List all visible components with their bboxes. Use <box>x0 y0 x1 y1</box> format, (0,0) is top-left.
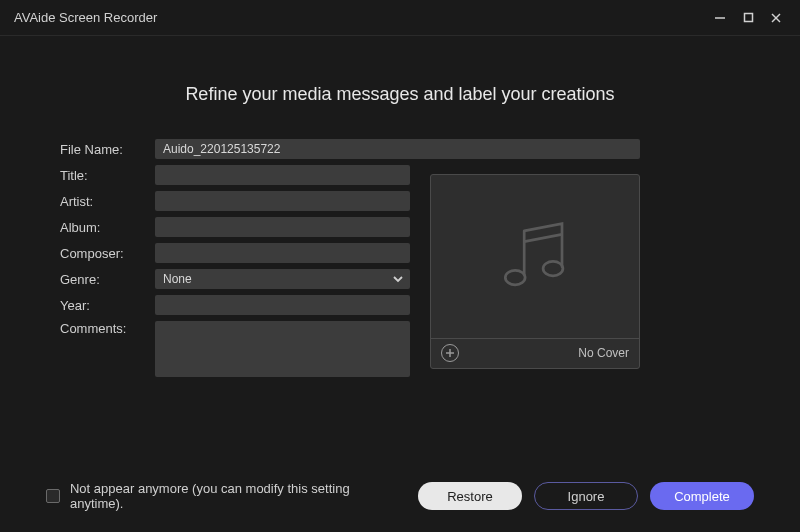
file-name-label: File Name: <box>60 142 155 157</box>
add-cover-button[interactable] <box>441 344 459 362</box>
maximize-icon <box>743 12 754 23</box>
comments-label: Comments: <box>60 321 155 336</box>
maximize-button[interactable] <box>734 4 762 32</box>
cover-art-box: No Cover <box>430 174 640 369</box>
no-cover-label: No Cover <box>578 346 629 360</box>
year-input[interactable] <box>155 295 410 315</box>
titlebar: AVAide Screen Recorder <box>0 0 800 36</box>
artist-label: Artist: <box>60 194 155 209</box>
close-icon <box>770 12 782 24</box>
cover-art-placeholder <box>431 175 639 338</box>
svg-rect-1 <box>744 14 752 22</box>
app-title: AVAide Screen Recorder <box>14 10 157 25</box>
comments-input[interactable] <box>155 321 410 377</box>
cover-footer: No Cover <box>431 338 639 368</box>
music-note-icon <box>490 211 580 301</box>
not-appear-checkbox[interactable] <box>46 489 60 503</box>
complete-button[interactable]: Complete <box>650 482 754 510</box>
composer-label: Composer: <box>60 246 155 261</box>
not-appear-label: Not appear anymore (you can modify this … <box>70 481 406 511</box>
svg-point-7 <box>543 261 563 275</box>
footer-bar: Not appear anymore (you can modify this … <box>0 460 800 532</box>
title-input[interactable] <box>155 165 410 185</box>
svg-point-6 <box>505 270 525 284</box>
minimize-button[interactable] <box>706 4 734 32</box>
album-input[interactable] <box>155 217 410 237</box>
genre-select[interactable]: None <box>155 269 410 289</box>
minimize-icon <box>714 12 726 24</box>
ignore-button[interactable]: Ignore <box>534 482 638 510</box>
album-label: Album: <box>60 220 155 235</box>
file-name-input[interactable] <box>155 139 640 159</box>
year-label: Year: <box>60 298 155 313</box>
content-area: Refine your media messages and label you… <box>0 36 800 460</box>
page-heading: Refine your media messages and label you… <box>60 84 740 105</box>
restore-button[interactable]: Restore <box>418 482 522 510</box>
plus-icon <box>445 348 455 358</box>
svg-line-5 <box>524 234 562 241</box>
genre-label: Genre: <box>60 272 155 287</box>
composer-input[interactable] <box>155 243 410 263</box>
title-label: Title: <box>60 168 155 183</box>
close-button[interactable] <box>762 4 790 32</box>
metadata-form: File Name: Title: Artist: Album: Compose… <box>60 139 740 377</box>
artist-input[interactable] <box>155 191 410 211</box>
